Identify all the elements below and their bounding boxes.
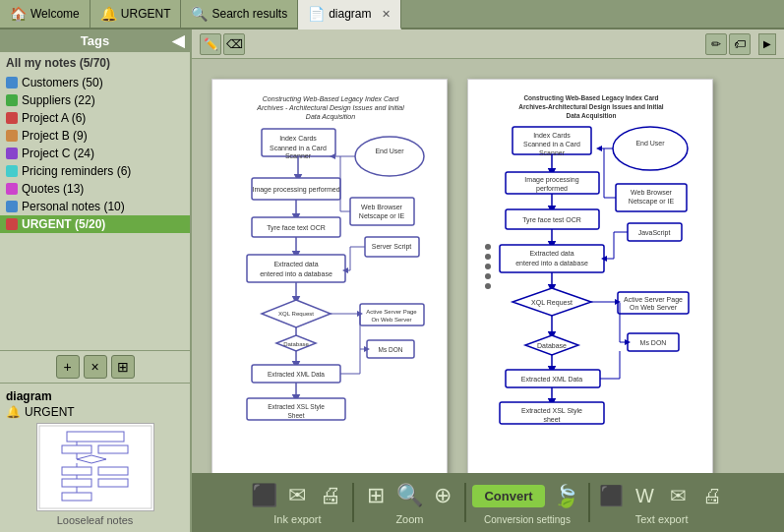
preview-svg [37, 424, 153, 510]
zoom-btn3[interactable]: ⊕ [427, 480, 458, 511]
svg-text:XQL Request: XQL Request [531, 299, 573, 307]
preview-tag: 🔔 URGENT [6, 405, 184, 419]
ink-export-btn1[interactable]: ⬛ [248, 480, 279, 511]
tab-bar: 🏠 Welcome 🔔 URGENT 🔍 Search results 📄 di… [0, 0, 784, 30]
convert-group: Convert 🍃 Conversion settings [472, 481, 581, 525]
page-dot-2 [485, 254, 491, 260]
sidebar-collapse-button[interactable]: ◀ [172, 31, 184, 50]
page2-flowchart: Constructing Web-Based Legacy Index Card… [478, 89, 704, 473]
tag-item-pricing[interactable]: Pricing reminders (6) [0, 162, 190, 180]
svg-text:Ms DON: Ms DON [379, 346, 403, 353]
svg-point-22 [355, 137, 424, 176]
tag-label-personal: Personal notes (10) [22, 200, 184, 213]
collapse-right-button[interactable]: ▶ [758, 33, 776, 55]
text-export-btn3[interactable]: ✉ [663, 480, 694, 511]
tab-diagram[interactable]: 📄 diagram ✕ [298, 0, 400, 30]
svg-text:End User: End User [635, 140, 665, 147]
tag-color-personal [6, 201, 18, 212]
svg-text:Extracted XSL Style: Extracted XSL Style [268, 403, 325, 411]
tab-search[interactable]: 🔍 Search results [181, 0, 298, 28]
tag-item-suppliers[interactable]: Suppliers (22) [0, 91, 190, 109]
tag-item-customers[interactable]: Customers (50) [0, 74, 190, 91]
conversion-settings-label: Conversion settings [484, 514, 571, 525]
annotate-tool-button[interactable]: ✏ [705, 33, 727, 55]
tag-item-projecta[interactable]: Project A (6) [0, 109, 190, 127]
svg-point-75 [613, 127, 688, 170]
remove-tag-button[interactable]: × [84, 355, 107, 379]
svg-text:Constructing Web-Based Legacy : Constructing Web-Based Legacy Index Card [523, 94, 658, 102]
tag-item-projectb[interactable]: Project B (9) [0, 127, 190, 145]
svg-text:Active Server Page: Active Server Page [366, 309, 417, 315]
ink-export-btn2[interactable]: ✉ [281, 480, 313, 511]
tag-label-customers: Customers (50) [22, 76, 184, 89]
svg-text:JavaScript: JavaScript [638, 229, 671, 237]
svg-text:Constructing Web-Based Legacy : Constructing Web-Based Legacy Index Card [263, 95, 399, 103]
tag-color-projectb [6, 130, 18, 142]
pen-tool-button[interactable]: ✏️ [200, 33, 221, 55]
text-export-group: ⬛ W ✉ 🖨 Text export [596, 480, 728, 525]
tag-color-customers [6, 77, 18, 89]
svg-text:performed: performed [536, 185, 568, 193]
ink-export-icons: ⬛ ✉ 🖨 [248, 480, 346, 511]
text-export-btn4[interactable]: 🖨 [696, 480, 728, 511]
svg-text:entered into a database: entered into a database [260, 270, 332, 277]
svg-text:entered into a database: entered into a database [515, 260, 588, 266]
preview-note-type: Looseleaf notes [6, 514, 184, 526]
tab-welcome-label: Welcome [30, 7, 80, 21]
zoom-btn2[interactable]: 🔍 [393, 480, 425, 511]
tag-color-projecta [6, 112, 18, 124]
page-dot-1 [485, 244, 491, 250]
page-1: Constructing Web-Based Legacy Index Card… [211, 79, 448, 473]
tag-color-urgent [6, 218, 18, 230]
text-export-btn2[interactable]: W [630, 480, 661, 511]
text-export-icons: ⬛ W ✉ 🖨 [596, 480, 728, 511]
filter-button[interactable]: ⊞ [111, 355, 135, 379]
tab-urgent[interactable]: 🔔 URGENT [90, 0, 182, 28]
svg-text:Ms DON: Ms DON [640, 339, 667, 346]
ink-export-btn3[interactable]: 🖨 [315, 480, 346, 511]
svg-text:Extracted XML Data: Extracted XML Data [521, 376, 582, 383]
svg-rect-31 [350, 198, 414, 225]
tag-color-suppliers [6, 94, 18, 106]
page-2: Constructing Web-Based Legacy Index Card… [467, 79, 713, 473]
tab-close-button[interactable]: ✕ [382, 8, 391, 21]
svg-text:Image processing: Image processing [524, 176, 578, 184]
pagination-dots [485, 244, 491, 289]
svg-text:Tyre face text OCR: Tyre face text OCR [267, 224, 326, 232]
svg-text:Extracted data: Extracted data [273, 261, 318, 267]
svg-text:sheet: sheet [543, 416, 560, 423]
text-export-label: Text export [635, 513, 689, 525]
svg-text:Archives-Architectural Design : Archives-Architectural Design Issues and… [518, 103, 664, 111]
svg-text:XQL Request: XQL Request [278, 311, 314, 317]
tag-tool-button[interactable]: 🏷 [729, 33, 751, 55]
ink-export-label: Ink export [273, 513, 321, 525]
bottom-toolbar: ⬛ ✉ 🖨 Ink export ⊞ 🔍 ⊕ Zoom [192, 473, 784, 532]
svg-text:On Web Server: On Web Server [630, 304, 678, 311]
tab-search-label: Search results [211, 7, 287, 21]
text-export-btn1[interactable]: ⬛ [596, 480, 628, 511]
convert-button[interactable]: Convert [472, 485, 544, 507]
tab-urgent-label: URGENT [121, 7, 171, 21]
sidebar-toolbar: + × ⊞ [0, 350, 190, 383]
svg-text:On Web Server: On Web Server [371, 317, 411, 323]
svg-text:Extracted XML Data: Extracted XML Data [268, 371, 325, 378]
tag-item-urgent[interactable]: URGENT (5/20) [0, 215, 190, 233]
tab-welcome[interactable]: 🏠 Welcome [0, 0, 90, 28]
tag-item-projectc[interactable]: Project C (24) [0, 145, 190, 162]
svg-text:Index Cards: Index Cards [533, 132, 571, 139]
zoom-btn1[interactable]: ⊞ [360, 480, 392, 511]
eraser-tool-button[interactable]: ⌫ [223, 33, 245, 55]
zoom-group: ⊞ 🔍 ⊕ Zoom [360, 480, 458, 525]
sidebar: Tags ◀ All my notes (5/70) Customers (50… [0, 30, 192, 532]
add-tag-button[interactable]: + [56, 355, 80, 379]
tag-item-personal[interactable]: Personal notes (10) [0, 198, 190, 215]
tag-item-quotes[interactable]: Quotes (13) [0, 180, 190, 198]
welcome-icon: 🏠 [10, 6, 27, 22]
svg-text:Database: Database [537, 342, 567, 349]
tag-label-suppliers: Suppliers (22) [22, 93, 184, 107]
svg-text:Extracted XSL Style: Extracted XSL Style [521, 407, 582, 415]
preview-tag-icon: 🔔 [6, 405, 21, 419]
svg-text:Extracted data: Extracted data [529, 250, 573, 257]
pages-container[interactable]: Constructing Web-Based Legacy Index Card… [192, 59, 784, 473]
svg-text:Active Server Page: Active Server Page [624, 296, 683, 304]
